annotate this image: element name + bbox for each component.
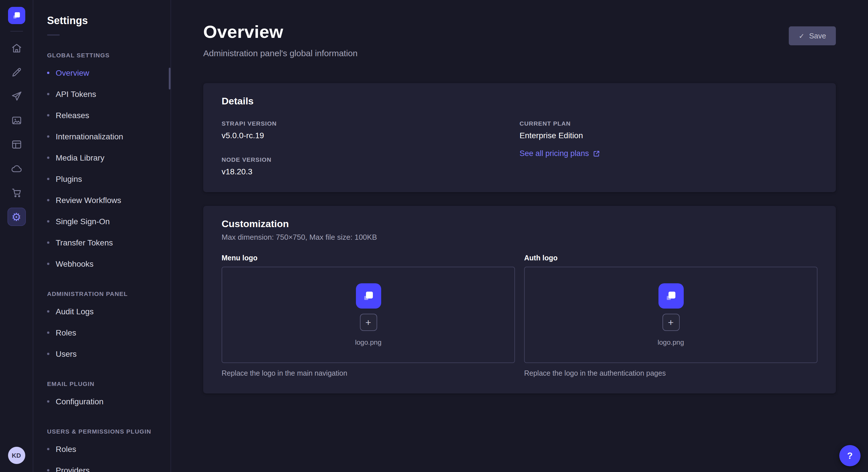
bullet-icon xyxy=(47,331,50,334)
main-content: Overview Administration panel's global i… xyxy=(171,0,868,472)
menu-logo-upload: Menu logo + logo.png Replace the logo in… xyxy=(222,254,515,377)
sidebar-item-label: Single Sign-On xyxy=(56,216,110,226)
node-version-field: NODE VERSION v18.20.3 xyxy=(222,156,520,176)
page-title: Overview xyxy=(203,22,358,42)
sidebar-item-label: Providers xyxy=(56,465,90,472)
page-subtitle: Administration panel's global informatio… xyxy=(203,48,358,58)
external-link-icon xyxy=(593,150,600,157)
sidebar-item-label: API Tokens xyxy=(56,89,96,98)
check-icon: ✓ xyxy=(799,32,805,40)
menu-logo-filename: logo.png xyxy=(355,338,381,346)
auth-logo-preview xyxy=(658,283,683,308)
help-icon: ? xyxy=(847,450,853,461)
gear-icon[interactable]: ⚙ xyxy=(7,208,26,226)
sidebar-item-label: Review Workflows xyxy=(56,195,121,204)
menu-logo-hint: Replace the logo in the main navigation xyxy=(222,369,515,377)
subnav-title: Settings xyxy=(47,15,157,27)
sidebar-item-admin-users[interactable]: Users xyxy=(33,343,170,364)
sidebar-item-single-sign-on[interactable]: Single Sign-On xyxy=(33,210,170,232)
section-label: ADMINISTRATION PANEL xyxy=(47,290,157,297)
section-global-settings: GLOBAL SETTINGS Overview API Tokens Rele… xyxy=(33,52,170,274)
strapi-admin-app: ⚙ KD Settings GLOBAL SETTINGS Overview A… xyxy=(0,0,868,472)
details-card: Details STRAPI VERSION v5.0.0-rc.19 NODE… xyxy=(203,83,836,192)
customization-card: Customization Max dimension: 750×750, Ma… xyxy=(203,206,836,394)
details-card-title: Details xyxy=(222,96,817,107)
section-email-plugin: EMAIL PLUGIN Configuration xyxy=(33,380,170,412)
field-label: NODE VERSION xyxy=(222,156,520,163)
bullet-icon xyxy=(47,400,50,402)
home-icon[interactable] xyxy=(7,39,26,57)
strapi-logo-mark xyxy=(361,289,375,303)
customization-card-subtitle: Max dimension: 750×750, Max file size: 1… xyxy=(222,233,817,241)
bullet-icon xyxy=(47,220,50,222)
upload-label: Menu logo xyxy=(222,254,515,262)
sidebar-item-label: Internationalization xyxy=(56,132,123,141)
sidebar-item-label: Media Library xyxy=(56,153,104,162)
sidebar-item-internationalization[interactable]: Internationalization xyxy=(33,126,170,147)
bullet-icon xyxy=(47,448,50,450)
auth-logo-upload: Auth logo + logo.png Replace the logo in… xyxy=(524,254,817,377)
bullet-icon xyxy=(47,352,50,355)
save-button-label: Save xyxy=(809,32,826,40)
subnav-scrollbar[interactable] xyxy=(169,68,170,90)
auth-logo-dropzone[interactable]: + logo.png xyxy=(524,267,817,363)
sidebar-item-api-tokens[interactable]: API Tokens xyxy=(33,83,170,104)
bullet-icon xyxy=(47,93,50,95)
rail-divider xyxy=(10,31,23,32)
sidebar-item-label: Roles xyxy=(56,328,76,337)
plus-icon: + xyxy=(668,317,674,327)
strapi-logo-mark xyxy=(664,289,678,303)
save-button[interactable]: ✓ Save xyxy=(789,26,836,45)
section-label: EMAIL PLUGIN xyxy=(47,380,157,387)
sidebar-item-review-workflows[interactable]: Review Workflows xyxy=(33,189,170,210)
settings-subnav: Settings GLOBAL SETTINGS Overview API To… xyxy=(33,0,171,472)
sidebar-item-label: Releases xyxy=(56,110,89,120)
section-users-permissions-plugin: USERS & PERMISSIONS PLUGIN Roles Provide… xyxy=(33,428,170,472)
sidebar-item-up-roles[interactable]: Roles xyxy=(33,438,170,460)
pricing-plans-link[interactable]: See all pricing plans xyxy=(520,149,817,158)
sidebar-item-overview[interactable]: Overview xyxy=(33,62,170,83)
subnav-title-rule xyxy=(47,34,60,36)
main-nav-rail: ⚙ KD xyxy=(0,0,33,472)
pictures-icon[interactable] xyxy=(7,111,26,130)
auth-logo-add-button[interactable]: + xyxy=(662,314,679,331)
pencil-icon[interactable] xyxy=(7,63,26,81)
menu-logo-preview xyxy=(355,283,381,308)
sidebar-item-releases[interactable]: Releases xyxy=(33,104,170,126)
field-value: Enterprise Edition xyxy=(520,131,817,140)
sidebar-item-up-providers[interactable]: Providers xyxy=(33,460,170,472)
sidebar-item-label: Users xyxy=(56,349,76,358)
menu-logo-dropzone[interactable]: + logo.png xyxy=(222,267,515,363)
sidebar-item-label: Audit Logs xyxy=(56,307,94,316)
auth-logo-hint: Replace the logo in the authentication p… xyxy=(524,369,817,377)
user-avatar[interactable]: KD xyxy=(8,447,25,464)
sidebar-item-media-library[interactable]: Media Library xyxy=(33,147,170,168)
bullet-icon xyxy=(47,469,50,471)
upload-label: Auth logo xyxy=(524,254,817,262)
bullet-icon xyxy=(47,71,50,74)
layout-icon[interactable] xyxy=(7,135,26,154)
sidebar-item-webhooks[interactable]: Webhooks xyxy=(33,253,170,274)
strapi-logo[interactable] xyxy=(8,7,25,24)
paper-plane-icon[interactable] xyxy=(7,87,26,105)
cart-icon[interactable] xyxy=(7,183,26,202)
help-button[interactable]: ? xyxy=(839,445,861,466)
cloud-icon[interactable] xyxy=(7,160,26,178)
sidebar-item-audit-logs[interactable]: Audit Logs xyxy=(33,301,170,322)
field-value: v18.20.3 xyxy=(222,167,520,176)
bullet-icon xyxy=(47,262,50,265)
menu-logo-add-button[interactable]: + xyxy=(360,314,377,331)
bullet-icon xyxy=(47,135,50,137)
bullet-icon xyxy=(47,310,50,312)
pricing-plans-link-label: See all pricing plans xyxy=(520,149,589,158)
sidebar-item-email-configuration[interactable]: Configuration xyxy=(33,391,170,412)
sidebar-item-admin-roles[interactable]: Roles xyxy=(33,322,170,343)
gear-glyph: ⚙ xyxy=(11,211,21,222)
bullet-icon xyxy=(47,114,50,116)
bullet-icon xyxy=(47,241,50,243)
plus-icon: + xyxy=(365,317,371,327)
sidebar-item-transfer-tokens[interactable]: Transfer Tokens xyxy=(33,232,170,253)
sidebar-item-plugins[interactable]: Plugins xyxy=(33,168,170,189)
sidebar-item-label: Plugins xyxy=(56,174,82,183)
sidebar-item-label: Roles xyxy=(56,444,76,453)
